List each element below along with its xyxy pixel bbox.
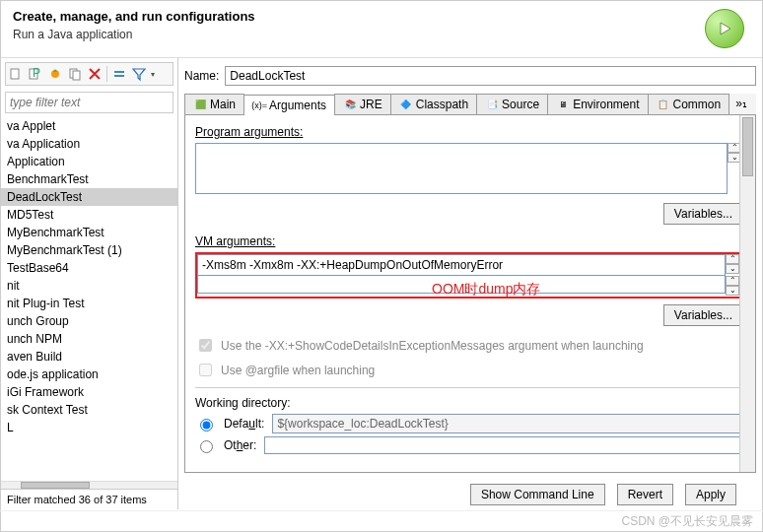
tab-icon: 📋 xyxy=(657,98,670,111)
tab-icon: 📑 xyxy=(485,98,499,111)
vm-variables-button[interactable]: Variables... xyxy=(663,304,743,326)
svg-marker-0 xyxy=(721,23,730,34)
dialog-subtitle: Run a Java application xyxy=(13,28,255,41)
tree-item[interactable]: va Application xyxy=(1,135,177,153)
tab-icon: 🔷 xyxy=(399,98,413,111)
svg-rect-6 xyxy=(73,71,80,80)
name-label: Name: xyxy=(184,69,219,83)
delete-icon[interactable] xyxy=(87,66,103,82)
tree-hscroll[interactable] xyxy=(1,481,177,489)
show-details-checkbox xyxy=(199,339,212,352)
new-proto-icon[interactable]: P xyxy=(28,66,43,82)
tab-environment[interactable]: 🖥Environment xyxy=(547,94,648,114)
wd-default-label: Default: xyxy=(224,417,264,431)
svg-rect-1 xyxy=(11,69,19,79)
tab-overflow[interactable]: »₁ xyxy=(728,94,753,114)
left-toolbar: P ▾ xyxy=(5,62,173,86)
wd-other-label: Other: xyxy=(224,438,256,452)
watermark: CSDN @不见长安见晨雾 xyxy=(0,510,763,532)
tab-icon: 📚 xyxy=(343,98,357,111)
wd-default-radio[interactable] xyxy=(200,419,213,432)
run-icon xyxy=(705,9,744,48)
tab-bar: 🟩Main(x)=Arguments📚JRE🔷Classpath📑Source🖥… xyxy=(184,94,756,115)
tab-main[interactable]: 🟩Main xyxy=(184,94,244,114)
config-tree[interactable]: va Appletva ApplicationApplicationBenchm… xyxy=(1,115,177,481)
tab-icon: 🖥 xyxy=(556,98,570,111)
collapse-icon[interactable] xyxy=(111,66,127,82)
tree-item[interactable]: ode.js application xyxy=(1,366,177,383)
program-variables-button[interactable]: Variables... xyxy=(663,203,743,225)
working-dir-label: Working directory: xyxy=(195,396,745,410)
annotation-text: OOM时dump内存 xyxy=(432,281,540,299)
tab-icon: (x)= xyxy=(252,99,266,112)
show-command-line-button[interactable]: Show Command Line xyxy=(470,484,605,505)
apply-button[interactable]: Apply xyxy=(685,484,736,505)
tree-item[interactable]: aven Build xyxy=(1,348,177,366)
tree-item[interactable]: unch NPM xyxy=(1,330,177,348)
new-config-icon[interactable] xyxy=(8,66,24,82)
tree-item[interactable]: BenchmarkTest xyxy=(1,170,177,188)
tab-arguments-content: Program arguments: ⌃⌄ Variables... OOM时d… xyxy=(184,115,756,473)
content-vscroll[interactable] xyxy=(739,115,755,472)
tree-item[interactable]: iGi Framework xyxy=(1,383,177,401)
tree-item[interactable]: MyBenchmarkTest xyxy=(1,224,177,241)
tree-item[interactable]: Application xyxy=(1,153,177,170)
right-panel: Name: 🟩Main(x)=Arguments📚JRE🔷Classpath📑S… xyxy=(178,58,762,509)
tree-item[interactable]: MD5Test xyxy=(1,206,177,224)
tab-icon: 🟩 xyxy=(193,98,207,111)
tree-item[interactable]: DeadLockTest xyxy=(1,188,177,206)
tree-item[interactable]: nit Plug-in Test xyxy=(1,295,177,312)
vm-args-label: VM arguments: xyxy=(195,234,745,248)
left-panel: P ▾ va Appletva ApplicationApplicationBe… xyxy=(1,58,178,509)
wd-other-radio[interactable] xyxy=(200,440,213,453)
tree-item[interactable]: L xyxy=(1,419,177,436)
argfile-checkbox xyxy=(199,364,212,376)
svg-text:P: P xyxy=(33,66,40,80)
svg-rect-7 xyxy=(114,71,124,73)
tree-item[interactable]: unch Group xyxy=(1,312,177,330)
tab-jre[interactable]: 📚JRE xyxy=(334,94,391,114)
tab-classpath[interactable]: 🔷Classpath xyxy=(390,94,477,114)
argfile-label: Use @argfile when launching xyxy=(221,364,375,377)
duplicate-icon[interactable] xyxy=(67,66,83,82)
filter-input[interactable] xyxy=(5,92,173,113)
show-details-label: Use the -XX:+ShowCodeDetailsInExceptionM… xyxy=(221,339,644,353)
name-input[interactable] xyxy=(225,66,756,86)
tree-item[interactable]: sk Context Test xyxy=(1,401,177,419)
program-args-label: Program arguments: xyxy=(195,125,745,139)
tab-source[interactable]: 📑Source xyxy=(476,94,548,114)
program-args-input[interactable] xyxy=(195,143,728,194)
filter-icon[interactable] xyxy=(131,66,147,82)
dialog-title: Create, manage, and run configurations xyxy=(13,9,255,24)
tab-common[interactable]: 📋Common xyxy=(648,94,730,114)
tab-arguments[interactable]: (x)=Arguments xyxy=(243,95,335,115)
filter-status: Filter matched 36 of 37 items xyxy=(1,489,177,509)
svg-rect-8 xyxy=(114,75,124,77)
wd-other-input[interactable] xyxy=(264,436,745,454)
tree-item[interactable]: TestBase64 xyxy=(1,259,177,277)
wd-default-value: ${workspace_loc:DeadLockTest} xyxy=(272,414,745,433)
vm-args-input[interactable]: -Xms8m -Xmx8m -XX:+HeapDumpOnOutOfMemory… xyxy=(197,254,726,276)
export-icon[interactable] xyxy=(47,66,63,82)
tree-item[interactable]: MyBenchmarkTest (1) xyxy=(1,241,177,259)
revert-button[interactable]: Revert xyxy=(617,484,673,505)
tree-item[interactable]: nit xyxy=(1,277,177,295)
tree-item[interactable]: va Applet xyxy=(1,117,177,135)
